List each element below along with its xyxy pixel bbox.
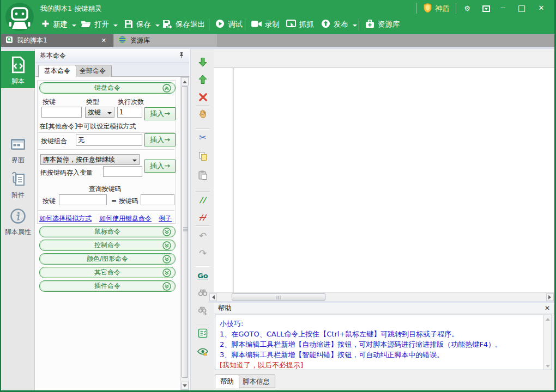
query-key-input[interactable] (59, 194, 107, 205)
sidebar-item-script[interactable]: 脚本 (1, 51, 35, 88)
combo-input[interactable] (76, 134, 142, 146)
redo-icon[interactable]: ↷ (197, 248, 208, 259)
save-exit-button[interactable]: 保存退出 (162, 17, 205, 32)
scroll-down-button[interactable] (181, 382, 189, 390)
scroll-up-button[interactable] (544, 315, 551, 322)
auto-indent-icon[interactable] (197, 328, 208, 339)
expand-icon[interactable] (162, 241, 171, 252)
scroll-left-button[interactable] (209, 293, 217, 301)
link-example[interactable]: 例子 (159, 214, 172, 223)
sidebar-item-script-properties[interactable]: 脚本属性 (1, 208, 35, 242)
collapse-icon[interactable] (162, 84, 171, 94)
dropdown-caret-icon[interactable] (155, 24, 160, 29)
insert-label: 插入→ (150, 109, 170, 119)
scroll-down-button[interactable] (544, 363, 551, 370)
help-close-icon[interactable]: ✕ (545, 304, 550, 312)
goto-button[interactable]: Go (197, 270, 208, 281)
sidebar-item-interface[interactable]: 界面 (1, 136, 35, 169)
pin-icon[interactable] (178, 52, 185, 60)
panel-tab-basic[interactable]: 基本命令 (38, 65, 76, 77)
open-button[interactable]: 打开 (81, 17, 118, 32)
uncomment-icon[interactable]: // (197, 212, 208, 223)
code-editor-area[interactable] (214, 68, 554, 292)
help-dismiss-link[interactable]: [我知道了，以后不必提示] (220, 360, 541, 370)
dropdown-caret-icon[interactable] (353, 24, 357, 29)
tab-resource-library[interactable]: 资源库 (113, 34, 217, 47)
hand-drag-icon[interactable] (197, 108, 208, 119)
expand-icon[interactable] (162, 282, 171, 292)
move-up-icon[interactable] (197, 74, 208, 85)
titlebar-divider (456, 3, 456, 14)
tray-minimize-icon[interactable] (482, 5, 490, 14)
category-plugin-commands[interactable]: 插件命令 (39, 280, 176, 292)
keyboard-commands-header[interactable]: 键盘命令 (39, 82, 176, 94)
find-next-icon[interactable] (197, 305, 208, 316)
insert-combo-button[interactable]: 插入→ (144, 133, 176, 146)
scrollbar-thumb[interactable] (182, 86, 188, 378)
toolbar-divider (196, 105, 210, 106)
find-binoculars-icon[interactable] (197, 287, 208, 298)
panel-scrollbar[interactable] (180, 77, 189, 390)
minimize-button[interactable]: ─ (499, 4, 507, 12)
key-input[interactable] (41, 107, 82, 118)
save-floppy-icon (124, 20, 133, 30)
move-down-icon[interactable] (197, 57, 208, 68)
link-how-keyboard[interactable]: 如何使用键盘命令 (99, 214, 152, 223)
count-input[interactable] (117, 107, 142, 118)
dropdown-caret-icon[interactable] (72, 24, 76, 29)
tab-close-icon[interactable]: ✕ (101, 37, 106, 44)
cut-scissors-icon[interactable]: ✂ (197, 132, 208, 143)
undo-icon[interactable]: ↶ (197, 230, 208, 241)
insert-key-button[interactable]: 插入→ (144, 107, 176, 120)
expand-icon[interactable] (162, 255, 171, 265)
panel-tab-all[interactable]: 全部命令 (74, 65, 112, 77)
toolbar-divider (209, 19, 209, 30)
store-variable-input[interactable] (103, 166, 142, 177)
sidebar-item-label: 附件 (1, 191, 35, 200)
insert-pause-button[interactable]: 插入→ (144, 160, 176, 173)
info-circle-icon (10, 218, 26, 226)
comment-icon[interactable]: // (197, 194, 208, 205)
key-type-select[interactable]: 按键 (85, 107, 114, 118)
grab-button[interactable]: 抓抓 (286, 17, 314, 32)
category-other-commands[interactable]: 其它命令 (39, 267, 176, 278)
scroll-right-button[interactable] (546, 293, 554, 301)
editor-hscrollbar[interactable] (209, 292, 554, 301)
bottom-tab-script-info[interactable]: 脚本信息 (237, 375, 275, 388)
scrollbar-thumb[interactable] (232, 293, 325, 301)
bottom-tab-help[interactable]: 帮助 (215, 375, 239, 388)
close-button[interactable]: ✕ (537, 4, 546, 12)
sidebar-item-attachments[interactable]: 附件 (1, 171, 35, 205)
scroll-up-button[interactable] (181, 77, 189, 85)
library-button[interactable]: 资源库 (365, 17, 400, 32)
expand-icon[interactable] (162, 268, 171, 279)
record-button[interactable]: 录制 (251, 17, 280, 32)
debug-button[interactable]: 调试 (215, 17, 243, 32)
save-button[interactable]: 保存 (124, 17, 160, 32)
help-scrollbar[interactable] (543, 315, 552, 370)
left-sidebar: 脚本 界面 附件 脚本属性 (1, 49, 35, 390)
category-label: 插件命令 (94, 281, 120, 291)
syntax-check-eye-icon[interactable] (197, 346, 208, 357)
dropdown-caret-icon[interactable] (113, 24, 118, 29)
shield-button[interactable]: 神盾 (424, 2, 450, 16)
delete-line-icon[interactable] (197, 91, 208, 102)
link-how-simulation[interactable]: 如何选择模拟方式 (39, 214, 92, 223)
category-control-commands[interactable]: 控制命令 (39, 240, 176, 251)
tab-my-script[interactable]: 我的脚本1 ✕ (1, 34, 113, 47)
paste-icon[interactable] (197, 170, 208, 181)
app-window: 我的脚本1-按键精灵 神盾 ⚙ ─ □ ✕ 新建 打开 保存 保存退出 (0, 0, 556, 392)
maximize-button[interactable]: □ (517, 3, 526, 13)
simulation-note: 在[其他命令]中可以设定模拟方式 (39, 122, 136, 131)
publish-button[interactable]: 发布 (321, 17, 357, 32)
copy-icon[interactable] (197, 151, 208, 162)
expand-icon[interactable] (162, 228, 171, 238)
category-color-graphics-commands[interactable]: 颜色/图形命令 (39, 253, 176, 265)
new-label: 新建 (53, 20, 68, 29)
query-keycode-title: 查询按键码 (35, 185, 174, 194)
category-mouse-commands[interactable]: 鼠标命令 (39, 226, 176, 237)
new-button[interactable]: 新建 (41, 17, 76, 32)
pause-mode-select[interactable]: 脚本暂停，按任意键继续 (40, 154, 140, 165)
settings-gear-icon[interactable]: ⚙ (463, 4, 472, 13)
query-code-input[interactable] (141, 194, 174, 205)
